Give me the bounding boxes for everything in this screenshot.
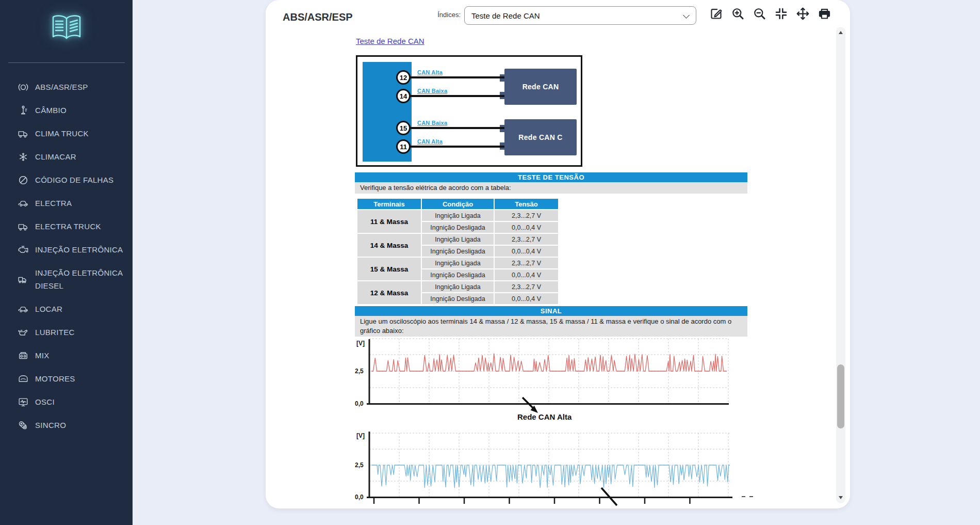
sidebar-item-abs-asr-esp[interactable]: ABS/ASR/ESP: [0, 75, 133, 99]
voltage-table: Terminais Condição Tensão 11 & MassaIngn…: [356, 198, 559, 305]
voltage-cell: 0,0...0,4 V: [494, 245, 559, 257]
sidebar-item-injecao-eletronica-diesel[interactable]: INJEÇÃO ELETRÔNICA DIESEL: [0, 261, 133, 297]
zoom-in-button[interactable]: [731, 7, 745, 21]
indices-label: Índices:: [432, 11, 461, 19]
car-front-icon: [18, 373, 29, 385]
doc-link-teste-rede-can[interactable]: Teste de Rede CAN: [356, 37, 424, 45]
oscilloscope-chart-can-alta: [V] 2,5 0,0: [353, 337, 750, 415]
wire-label: CAN Alta: [417, 69, 443, 75]
oil-can-icon: [18, 327, 29, 338]
voltage-cell: 0,0...0,4 V: [494, 221, 559, 233]
condition-cell: Ingnição Ligada: [421, 210, 494, 221]
condition-cell: Ingnição Desligada: [421, 293, 494, 305]
table-header-row: Terminais Condição Tensão: [357, 198, 559, 210]
edit-icon: [709, 7, 723, 21]
condition-cell: Ingnição Ligada: [421, 257, 494, 269]
condition-cell: Ingnição Ligada: [421, 233, 494, 245]
toolbar: [709, 7, 831, 21]
wire-line: [411, 76, 504, 78]
sidebar-item-label: ELECTRA TRUCK: [35, 220, 101, 233]
sidebar-item-lubritec[interactable]: LUBRITEC: [0, 321, 133, 344]
rede-can-node: Rede CAN: [504, 69, 577, 105]
sidebar-item-cambio[interactable]: CÂMBIO: [0, 99, 133, 122]
document-scrollbar[interactable]: [836, 27, 845, 503]
car-icon: [18, 304, 29, 315]
sidebar-item-locar[interactable]: LOCAR: [0, 297, 133, 321]
sidebar-item-sincro[interactable]: SINCRO: [0, 413, 133, 437]
sidebar-item-label: CLIMA TRUCK: [35, 127, 89, 140]
sidebar-item-label: CLIMACAR: [35, 150, 76, 163]
diesel-truck-icon: [18, 274, 29, 285]
scroll-down-arrow-icon[interactable]: [839, 496, 843, 499]
sidebar-item-electra-truck[interactable]: ELECTRA TRUCK: [0, 215, 133, 238]
truck-icon: [18, 128, 29, 139]
sidebar-item-label: MOTORES: [35, 372, 75, 385]
voltage-cell: 0,0...0,4 V: [494, 293, 559, 305]
sidebar-item-label: CÓDIGO DE FALHAS: [35, 173, 113, 186]
condition-cell: Ingnição Desligada: [421, 221, 494, 233]
sidebar-item-injecao-eletronica[interactable]: INJEÇÃO ELETRÔNICA: [0, 238, 133, 261]
oscilloscope-chart-can-baixa: [V] 2,5 0,0: [353, 428, 779, 508]
ban-icon: [18, 174, 29, 186]
condition-cell: Ingnição Desligada: [421, 269, 494, 281]
voltage-cell: 2,3...2,7 V: [494, 257, 559, 269]
can-wiring-diagram: 12CAN Alta14CAN Baixa15CAN Baixa11CAN Al…: [356, 55, 582, 167]
scroll-up-arrow-icon[interactable]: [839, 31, 843, 34]
content-card: ABS/ASR/ESP Índices: Teste de Rede CAN: [266, 0, 850, 508]
sidebar-nav: ABS/ASR/ESPCÂMBIOCLIMA TRUCKCLIMACARCÓDI…: [0, 75, 133, 437]
sidebar-item-clima-truck[interactable]: CLIMA TRUCK: [0, 122, 133, 145]
sidebar-item-climacar[interactable]: CLIMACAR: [0, 145, 133, 168]
table-row: 11 & MassaIngnição Ligada2,3...2,7 V: [357, 210, 559, 221]
table-row: 15 & MassaIngnição Ligada2,3...2,7 V: [357, 257, 559, 269]
sidebar: ABS/ASR/ESPCÂMBIOCLIMA TRUCKCLIMACARCÓDI…: [0, 0, 133, 525]
wire-label: CAN Baixa: [417, 88, 447, 94]
sidebar-item-label: LUBRITEC: [35, 326, 75, 339]
pin-12: 12: [396, 70, 411, 85]
sidebar-item-label: CÂMBIO: [35, 104, 67, 117]
chart2-unit-label: [V]: [356, 432, 365, 439]
page-title: ABS/ASR/ESP: [283, 11, 353, 23]
print-icon: [818, 7, 831, 21]
terminal-cell: 12 & Massa: [357, 281, 421, 305]
edit-button[interactable]: [709, 7, 723, 21]
zoom-in-icon: [731, 7, 745, 21]
pin-14: 14: [396, 89, 411, 103]
chart2-ytick-25: 2,5: [355, 462, 364, 469]
wire-line: [411, 95, 504, 97]
rede-can-c-node: Rede CAN C: [504, 119, 577, 155]
voltage-cell: 2,3...2,7 V: [494, 281, 559, 293]
indices-select[interactable]: Teste de Rede CAN: [464, 6, 696, 25]
snowflake-icon: [18, 151, 29, 163]
sidebar-item-label: SINCRO: [35, 419, 66, 432]
sidebar-item-motores[interactable]: MOTORES: [0, 367, 133, 390]
sidebar-item-mix[interactable]: MIX: [0, 344, 133, 367]
chart1-caption: Rede CAN Alta: [517, 412, 571, 421]
wire-line: [411, 146, 504, 148]
pin-15: 15: [396, 121, 411, 135]
sidebar-item-label: LOCAR: [35, 303, 62, 315]
chart1-unit-label: [V]: [356, 340, 365, 347]
condition-cell: Ingnição Ligada: [421, 281, 494, 293]
abs-disc-icon: [18, 82, 29, 93]
app-window: ABS/ASR/ESPCÂMBIOCLIMA TRUCKCLIMACARCÓDI…: [0, 0, 980, 525]
open-book-logo: [50, 13, 83, 43]
zoom-out-icon: [753, 7, 766, 21]
car-icon: [18, 198, 29, 209]
scrollbar-thumb[interactable]: [837, 364, 844, 428]
sidebar-item-osci[interactable]: OSCI: [0, 390, 133, 413]
signal-section-description: Ligue um osciloscópio aos terminais 14 &…: [355, 316, 747, 337]
condition-cell: Ingnição Desligada: [421, 245, 494, 257]
sidebar-item-codigo-de-falhas[interactable]: CÓDIGO DE FALHAS: [0, 168, 133, 192]
zoom-out-button[interactable]: [753, 7, 766, 21]
sidebar-item-electra[interactable]: ELECTRA: [0, 192, 133, 215]
tension-section-description: Verifique a tensão elétrica de acordo co…: [355, 182, 747, 194]
move-icon: [796, 7, 810, 21]
move-button[interactable]: [796, 7, 810, 21]
sidebar-item-label: MIX: [35, 349, 50, 362]
engine-icon: [18, 244, 29, 256]
chart1-ytick-25: 2,5: [355, 368, 364, 375]
wire-label: CAN Baixa: [417, 120, 447, 126]
compress-button[interactable]: [774, 7, 788, 21]
col-header-terminais: Terminais: [357, 198, 421, 210]
print-button[interactable]: [818, 7, 831, 21]
